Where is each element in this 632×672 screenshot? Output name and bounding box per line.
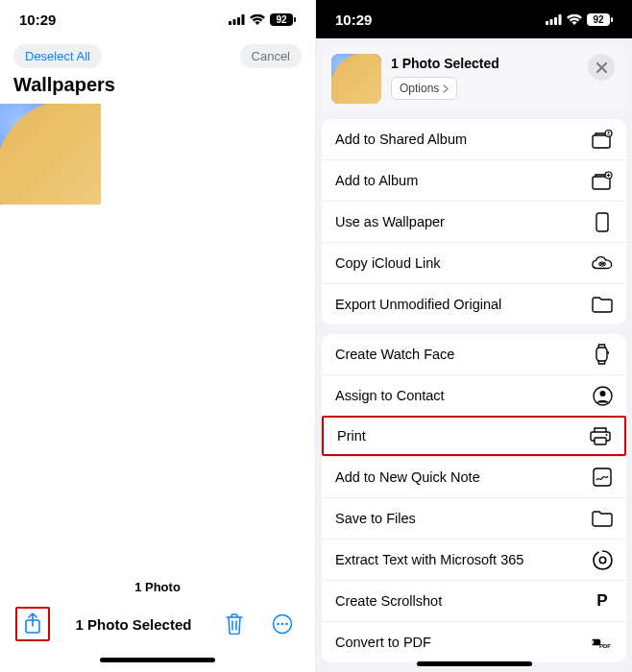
- svg-rect-1: [233, 19, 236, 25]
- photo-count: 1 Photo: [0, 576, 315, 602]
- svg-rect-22: [596, 213, 608, 231]
- action-copy-icloud-link[interactable]: Copy iCloud Link: [322, 242, 626, 283]
- svg-rect-3: [242, 14, 245, 25]
- contact-icon: [592, 385, 613, 406]
- svg-rect-5: [294, 17, 296, 22]
- cellular-icon: [546, 14, 562, 25]
- more-button[interactable]: [265, 607, 300, 641]
- wifi-icon: [250, 14, 265, 25]
- svg-rect-25: [608, 351, 610, 354]
- cancel-button[interactable]: Cancel: [240, 44, 302, 68]
- svg-rect-2: [237, 17, 240, 25]
- phone-left: 10:29 92 Deselect All Cancel Wallpapers …: [0, 0, 316, 672]
- row-label: Create Scrollshot: [335, 593, 442, 609]
- svg-point-8: [277, 623, 280, 626]
- row-label: Use as Wallpaper: [335, 214, 445, 229]
- svg-rect-0: [229, 21, 231, 25]
- action-add-shared-album[interactable]: Add to Shared Album: [322, 119, 626, 159]
- row-label: Extract Text with Microsoft 365: [335, 552, 523, 567]
- status-time: 10:29: [335, 12, 372, 28]
- bottom-toolbar: 1 Photo Selected: [0, 602, 315, 650]
- sheet-title: 1 Photo Selected: [391, 54, 499, 77]
- action-quick-note[interactable]: Add to New Quick Note: [322, 456, 626, 497]
- svg-point-27: [599, 391, 605, 396]
- folder-icon: [592, 294, 613, 315]
- svg-rect-16: [611, 17, 613, 22]
- wifi-icon: [567, 14, 582, 25]
- svg-rect-11: [546, 21, 548, 25]
- row-label: Add to Album: [335, 173, 418, 188]
- row-label: Print: [337, 428, 366, 444]
- battery-percent: 92: [587, 14, 610, 25]
- printer-icon: [590, 425, 611, 446]
- battery-percent: 92: [270, 14, 293, 25]
- phone-right: 10:29 92 1 Photo Selected Options: [316, 0, 632, 672]
- status-indicators: 92: [229, 13, 296, 26]
- action-create-watch-face[interactable]: Create Watch Face: [322, 334, 626, 374]
- home-indicator[interactable]: [417, 661, 532, 666]
- sheet-thumbnail: [331, 54, 381, 104]
- deselect-all-button[interactable]: Deselect All: [13, 44, 102, 68]
- svg-rect-17: [593, 135, 610, 148]
- action-add-album[interactable]: Add to Album: [322, 159, 626, 201]
- action-use-as-wallpaper[interactable]: Use as Wallpaper: [322, 201, 626, 242]
- row-label: Add to New Quick Note: [335, 469, 480, 485]
- action-create-scrollshot[interactable]: Create Scrollshot P: [322, 580, 626, 621]
- svg-point-19: [608, 132, 610, 133]
- microsoft-365-icon: [592, 549, 613, 570]
- share-button[interactable]: [15, 607, 50, 641]
- action-convert-pdf[interactable]: Convert to PDF PDF: [322, 621, 626, 662]
- row-label: Save to Files: [335, 511, 416, 526]
- svg-rect-14: [559, 14, 562, 25]
- phone-icon: [592, 211, 613, 232]
- scrollshot-icon: P: [592, 590, 613, 612]
- svg-point-30: [606, 434, 608, 436]
- options-label: Options: [400, 82, 439, 95]
- close-icon: [596, 62, 607, 73]
- action-export-original[interactable]: Export Unmodified Original: [322, 283, 626, 324]
- row-label: Convert to PDF: [335, 635, 431, 650]
- home-indicator[interactable]: [100, 658, 215, 662]
- row-label: Add to Shared Album: [335, 132, 467, 147]
- watch-icon: [592, 344, 613, 365]
- status-bar: 10:29 92: [316, 0, 632, 38]
- add-album-icon: [592, 170, 613, 191]
- options-button[interactable]: Options: [391, 77, 457, 100]
- action-group-2: Create Watch Face Assign to Contact Prin…: [322, 334, 626, 662]
- folder-icon: [592, 508, 613, 529]
- close-button[interactable]: [588, 54, 615, 81]
- svg-point-32: [599, 557, 605, 563]
- battery-icon: 92: [587, 13, 613, 26]
- album-title: Wallpapers: [0, 70, 315, 104]
- action-assign-contact[interactable]: Assign to Contact: [322, 374, 626, 416]
- shared-album-icon: [592, 129, 613, 150]
- svg-point-10: [285, 623, 288, 626]
- svg-point-9: [281, 623, 284, 626]
- icloud-icon: [592, 252, 613, 274]
- row-label: Assign to Contact: [335, 388, 445, 403]
- action-print[interactable]: Print: [322, 416, 626, 456]
- pdf-icon: PDF: [592, 632, 613, 653]
- svg-rect-24: [596, 348, 607, 361]
- quick-note-icon: [592, 467, 613, 488]
- row-label: Export Unmodified Original: [335, 297, 501, 312]
- svg-rect-29: [595, 438, 606, 444]
- status-time: 10:29: [19, 12, 56, 28]
- chevron-right-icon: [443, 84, 449, 93]
- action-save-to-files[interactable]: Save to Files: [322, 497, 626, 539]
- action-group-1: Add to Shared Album Add to Album Use as …: [322, 119, 626, 324]
- selected-label: 1 Photo Selected: [76, 616, 192, 633]
- row-label: Create Watch Face: [335, 347, 454, 362]
- photo-thumbnail[interactable]: [0, 104, 101, 204]
- trash-button[interactable]: [217, 607, 252, 641]
- status-bar: 10:29 92: [0, 0, 315, 38]
- cellular-icon: [229, 14, 245, 25]
- status-indicators: 92: [546, 13, 613, 26]
- share-sheet-header: 1 Photo Selected Options: [322, 44, 626, 113]
- row-label: Copy iCloud Link: [335, 255, 441, 271]
- action-extract-text[interactable]: Extract Text with Microsoft 365: [322, 539, 626, 580]
- selected-check-icon: [72, 176, 97, 201]
- battery-icon: 92: [270, 13, 296, 26]
- svg-rect-13: [554, 17, 557, 25]
- svg-rect-12: [550, 19, 553, 25]
